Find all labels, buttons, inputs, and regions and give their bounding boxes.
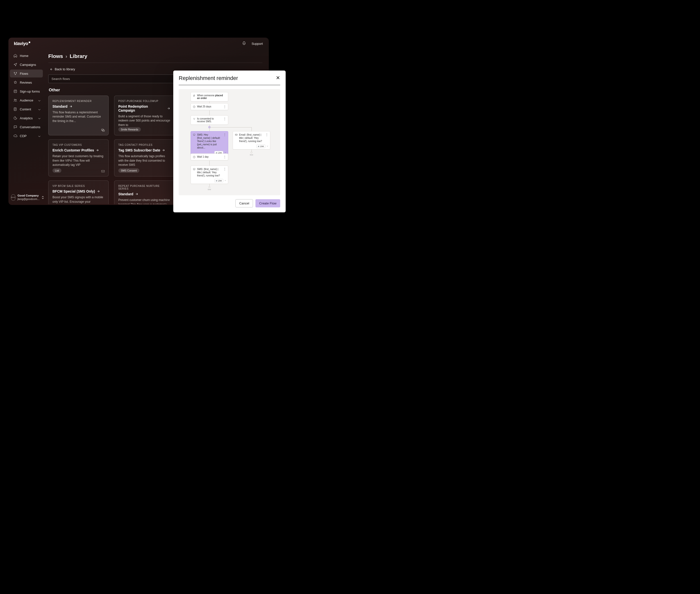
bell-icon[interactable] <box>242 41 246 46</box>
sidebar-item-home[interactable]: Home <box>10 52 43 60</box>
card-desc: Prevent customer churn using machine lea… <box>118 198 170 204</box>
cancel-button[interactable]: Cancel <box>235 199 253 207</box>
sidebar-item-content[interactable]: Content <box>10 105 43 113</box>
flow-canvas: End End When someone placed an order Wai… <box>179 89 280 195</box>
status-badge: Live <box>214 179 223 183</box>
sidebar-item-reviews[interactable]: Reviews <box>10 78 43 87</box>
card-eyebrow: REPLENISHMENT REMINDER <box>53 100 104 102</box>
company-name: Good Company <box>18 194 40 198</box>
sidebar: Home Campaigns Flows Reviews Sign-up for… <box>8 49 44 204</box>
svg-rect-11 <box>193 134 195 135</box>
card-eyebrow: VIP BFCM SALE SERIES <box>53 185 104 187</box>
support-link[interactable]: Support <box>252 42 263 45</box>
sidebar-item-analytics[interactable]: Analytics <box>10 114 43 122</box>
chevron-down-icon <box>37 99 40 102</box>
card-tag: Smile Rewards <box>118 127 141 132</box>
split-node[interactable]: Is consented to receive SMS. ⋮ <box>191 116 228 125</box>
flow-card[interactable]: VIP BFCM SALE SERIES BFCM Special (SMS O… <box>48 180 109 204</box>
card-title: Enrich Customer Profiles <box>53 148 104 152</box>
flow-card[interactable]: TAG CONTACT PROFILES Tag SMS Subscriber … <box>114 139 174 176</box>
sidebar-item-audience[interactable]: Audience <box>10 96 43 104</box>
card-desc: Retain your best customers by treating t… <box>53 154 104 167</box>
card-title: Point Redemption Campaign <box>118 104 170 112</box>
topbar: klaviyo Support <box>8 38 269 49</box>
card-eyebrow: TAG VIP CUSTOMERS <box>53 143 104 146</box>
card-desc: Build a segment of those ready to redeem… <box>118 114 170 127</box>
email-node[interactable]: Email: {first_name} | title | default: '… <box>233 131 270 150</box>
sidebar-item-label: Analytics <box>20 116 33 120</box>
sidebar-item-label: Campaigns <box>20 63 36 67</box>
svg-point-4 <box>14 99 15 100</box>
avatar: G+C <box>11 194 15 201</box>
flow-card[interactable]: REPLENISHMENT REMINDER Standard This flo… <box>48 96 109 135</box>
messages-icon <box>101 128 105 132</box>
sidebar-item-flows[interactable]: Flows <box>10 70 43 77</box>
svg-point-0 <box>14 72 15 73</box>
card-desc: This flow features a replenishment remin… <box>53 110 104 123</box>
more-icon[interactable]: ⋮ <box>265 133 268 136</box>
card-eyebrow: POST-PURCHASE FOLLOWUP <box>118 100 170 102</box>
card-eyebrow: TAG CONTACT PROFILES <box>118 143 170 146</box>
sms-node[interactable]: SMS: {first_name} | title | default: 'He… <box>191 166 228 184</box>
close-button[interactable] <box>276 75 280 81</box>
sidebar-item-cdp[interactable]: CDP <box>10 132 43 140</box>
sidebar-item-label: CDP <box>20 134 27 138</box>
svg-point-5 <box>15 99 16 100</box>
mail-icon <box>101 169 105 173</box>
flow-preview-modal: Replenishment reminder End End When some… <box>173 70 286 212</box>
breadcrumb-leaf: Library <box>70 53 88 59</box>
svg-rect-3 <box>14 90 17 93</box>
flow-card[interactable]: TAG VIP CUSTOMERS Enrich Customer Profil… <box>48 139 109 176</box>
back-link[interactable]: Back to library <box>49 67 75 71</box>
card-eyebrow: REPEAT PURCHASE NURTURE SERIES <box>118 185 170 190</box>
card-desc: Boost your SMS signups with a mobile onl… <box>53 195 104 204</box>
chevron-down-icon[interactable] <box>224 179 227 182</box>
svg-point-2 <box>15 74 16 75</box>
status-badge: Live <box>257 144 265 148</box>
flow-card[interactable]: REPEAT PURCHASE NURTURE SERIES Standard … <box>114 180 174 204</box>
account-email: jlang@goodcom... <box>18 198 40 201</box>
card-title: Standard <box>53 104 104 108</box>
more-icon[interactable]: ⋮ <box>223 105 226 108</box>
sidebar-item-conversations[interactable]: Conversations <box>10 123 43 131</box>
sidebar-item-label: Conversations <box>20 125 40 129</box>
updown-icon <box>42 196 44 199</box>
svg-rect-9 <box>101 170 104 172</box>
sidebar-item-label: Sign-up forms <box>20 90 40 93</box>
card-title: Tag SMS Subscriber Date <box>118 148 170 152</box>
svg-rect-12 <box>235 134 237 136</box>
card-title: BFCM Special (SMS Only) <box>53 189 104 193</box>
sms-node-highlighted[interactable]: SMS: Hey {first_name} | default: 'there'… <box>191 131 228 156</box>
flow-card[interactable]: POST-PURCHASE FOLLOWUP Point Redemption … <box>114 96 174 135</box>
more-icon[interactable]: ⋮ <box>223 133 226 136</box>
chevron-down-icon <box>37 134 40 137</box>
svg-rect-14 <box>193 168 195 170</box>
card-desc: This flow automatically tags profiles wi… <box>118 154 170 167</box>
chevron-right-icon: › <box>66 53 67 59</box>
back-link-label: Back to library <box>55 67 75 71</box>
card-tag: List <box>53 168 61 173</box>
chevron-down-icon <box>37 117 40 120</box>
end-label: End <box>207 189 212 190</box>
more-icon[interactable]: ⋮ <box>223 156 226 158</box>
modal-title: Replenishment reminder <box>179 75 238 81</box>
breadcrumb-root[interactable]: Flows <box>48 53 63 59</box>
chevron-down-icon[interactable] <box>266 145 269 148</box>
account-switcher[interactable]: G+C Good Company jlang@goodcom... <box>8 192 44 204</box>
sidebar-item-label: Reviews <box>20 81 32 85</box>
breadcrumb: Flows › Library <box>48 53 262 63</box>
sidebar-item-label: Home <box>20 54 29 58</box>
trigger-node[interactable]: When someone placed an order <box>191 92 228 101</box>
end-label: End <box>249 154 254 156</box>
card-tag: SMS Consent <box>118 168 139 173</box>
more-icon[interactable]: ⋮ <box>223 117 226 120</box>
sidebar-item-campaigns[interactable]: Campaigns <box>10 61 43 69</box>
wait-node[interactable]: Wait 1 day ⋮ <box>191 154 228 160</box>
wait-node[interactable]: Wait 25 days ⋮ <box>191 103 228 110</box>
more-icon[interactable]: ⋮ <box>223 168 226 170</box>
sidebar-item-signup-forms[interactable]: Sign-up forms <box>10 87 43 95</box>
card-title: Standard <box>118 192 170 196</box>
chevron-down-icon <box>37 108 40 111</box>
create-flow-button[interactable]: Create Flow <box>256 199 280 207</box>
sidebar-item-label: Content <box>20 107 31 111</box>
